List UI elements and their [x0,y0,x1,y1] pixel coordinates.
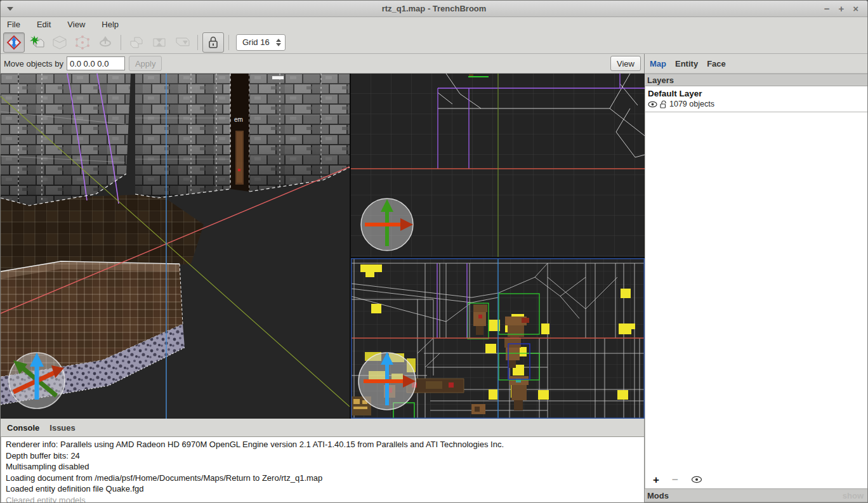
console-tabs: Console Issues [1,419,644,436]
inspector-tabs: Map Entity Face [645,54,867,74]
move-objects-bar: Move objects by Apply View [1,54,644,74]
brush-tool-button[interactable] [26,32,48,53]
mods-header-label: Mods [647,491,669,500]
tab-face[interactable]: Face [707,59,726,69]
menubar: File Edit View Help [1,17,867,31]
layers-section-header: Layers [645,74,867,86]
viewport-2d-xz[interactable] [351,258,645,419]
cube-icon [52,35,67,50]
toolbar-separator [121,35,121,50]
grid-size-spinner[interactable] [276,39,281,46]
remove-layer-button[interactable]: − [672,474,678,485]
menu-view[interactable]: View [67,20,85,29]
tab-entity[interactable]: Entity [675,59,698,69]
texture-lock-button[interactable] [202,32,224,53]
layer-unlocked-icon[interactable] [660,100,667,108]
spinner-up-icon[interactable] [276,39,281,42]
layers-toolbar: + − [645,471,867,488]
layer-visibility-eye-icon[interactable] [648,101,657,108]
selection-tool-button[interactable] [3,32,25,53]
csg-intersect-icon [174,35,190,50]
toolbar-separator [228,35,229,50]
rotate-tool-icon [98,35,113,50]
viewport-2d-xy-canvas [351,74,645,257]
cube-tool-button[interactable] [49,32,70,53]
toolbar-separator [197,35,198,50]
vertex-tool-button[interactable] [72,32,93,53]
console-line: Multisampling disabled [6,461,640,473]
layers-header-label: Layers [647,75,674,85]
vertex-tool-icon [75,35,90,50]
toggle-visibility-eye-icon[interactable] [691,476,702,483]
close-button[interactable]: × [853,4,858,13]
console-output: Renderer info: Parallels using AMD Radeo… [1,436,644,502]
add-layer-button[interactable]: + [653,474,659,485]
compass-gizmo-xz [358,352,416,410]
mods-show-link[interactable]: show [843,491,865,500]
view-dropdown-button[interactable]: View [610,56,641,71]
minimize-button[interactable]: − [824,4,830,13]
console-panel: Console Issues Renderer info: Parallels … [1,419,644,502]
console-line: Cleared entity models [6,495,640,503]
alcove [230,74,249,192]
brush-tool-icon [29,35,45,50]
inspector-panel: Map Entity Face Layers Default Layer [645,54,867,502]
layer-object-count: 1079 objects [669,100,714,108]
viewport-area: em [1,74,644,419]
tab-console[interactable]: Console [7,423,39,433]
rotate-tool-button[interactable] [95,32,116,53]
mods-section-header: Mods show [645,488,867,502]
layer-row-default[interactable]: Default Layer 1079 objects [645,86,867,112]
move-objects-input[interactable] [67,56,125,70]
console-line: Depth buffer bits: 24 [6,450,640,462]
window-title: rtz_q1.map - TrenchBroom [1,4,867,13]
maximize-button[interactable]: + [838,4,844,13]
viewport-3d[interactable]: em [1,74,350,419]
csg-subtract-icon [151,35,168,50]
compass-gizmo-xy [361,199,413,251]
apply-button[interactable]: Apply [129,56,162,71]
console-line: Renderer info: Parallels using AMD Radeo… [6,439,640,450]
csg-merge-icon [128,35,145,50]
menu-edit[interactable]: Edit [37,20,51,29]
layers-list: Default Layer 1079 objects [645,86,867,471]
tab-issues[interactable]: Issues [49,423,75,433]
menu-file[interactable]: File [7,20,20,29]
brick-wall-right [249,74,350,192]
grid-size-control[interactable]: Grid 16 [236,34,286,51]
compass-gizmo-3d [9,353,65,408]
editor-area: Move objects by Apply View [1,54,645,502]
move-objects-label: Move objects by [4,59,63,69]
viewport-2d-xz-canvas [351,258,645,419]
menu-help[interactable]: Help [102,20,119,29]
grid-size-value: Grid 16 [242,37,270,47]
viewport-2d-xy[interactable] [351,74,645,257]
spinner-down-icon[interactable] [276,43,281,46]
csg-subtract-button[interactable] [148,32,170,53]
layer-name: Default Layer [648,89,865,98]
toolbar: Grid 16 [1,31,867,54]
tab-map[interactable]: Map [650,59,666,69]
titlebar: rtz_q1.map - TrenchBroom − + × [1,1,867,17]
viewport-3d-canvas: em [1,74,350,419]
entity-label: em [234,116,243,123]
csg-intersect-button[interactable] [171,32,193,53]
app-window: rtz_q1.map - TrenchBroom − + × File Edit… [0,0,868,503]
brick-wall-center [135,74,230,198]
csg-convex-merge-button[interactable] [126,32,147,53]
lock-icon [207,36,220,49]
console-line: Loaded entity definition file Quake.fgd [6,483,640,495]
console-line: Loading document from /media/psf/Home/Do… [6,473,640,484]
selection-tool-icon [6,35,22,50]
